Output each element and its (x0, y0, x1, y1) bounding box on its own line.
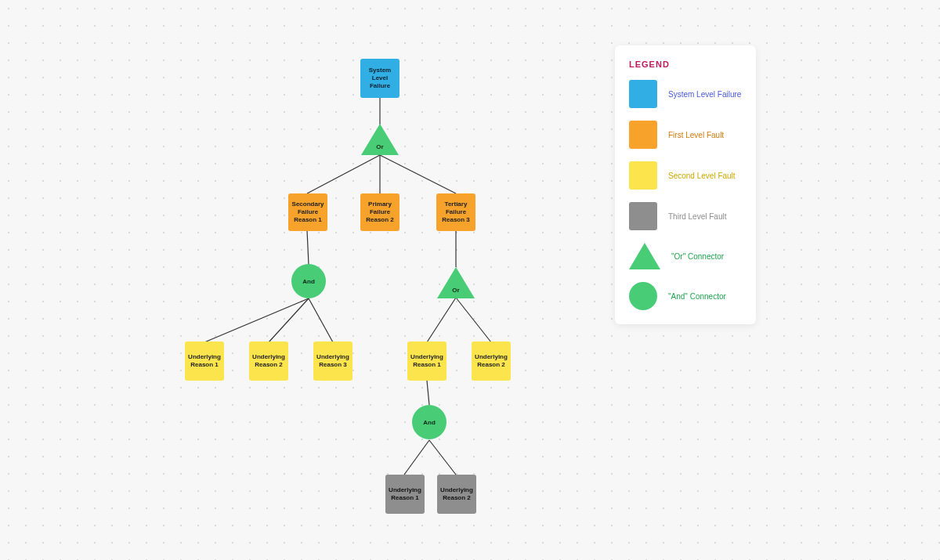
gate-label: And (302, 278, 315, 285)
node-label: Primary Failure Reason 2 (363, 201, 397, 224)
node-label: Underlying Reason 2 (474, 353, 508, 369)
node-underlying-l2a-2[interactable]: Underlying Reason 2 (249, 341, 288, 381)
legend-label: "And" Connector (668, 292, 726, 301)
node-underlying-l3-1[interactable]: Underlying Reason 1 (385, 475, 425, 514)
node-secondary-failure-1[interactable]: Secondary Failure Reason 1 (288, 193, 327, 231)
svg-line-9 (427, 298, 456, 342)
node-label: Underlying Reason 1 (410, 353, 444, 369)
svg-line-3 (380, 155, 456, 193)
node-primary-failure-2[interactable]: Primary Failure Reason 2 (360, 193, 400, 231)
node-label: System Level Failure (363, 67, 397, 90)
legend-title: LEGEND (629, 60, 742, 69)
node-tertiary-failure-3[interactable]: Tertiary Failure Reason 3 (436, 193, 475, 231)
legend-label: System Level Failure (668, 90, 741, 99)
swatch-first (629, 121, 657, 149)
gate-label: Or (376, 143, 383, 150)
triangle-icon (629, 243, 660, 269)
node-underlying-l2a-1[interactable]: Underlying Reason 1 (185, 341, 224, 381)
triangle-icon (437, 267, 475, 298)
legend-label: Third Level Fault (668, 212, 726, 221)
node-label: Secondary Failure Reason 1 (291, 201, 325, 224)
swatch-system (629, 80, 657, 108)
circle-icon (629, 282, 657, 310)
node-label: Tertiary Failure Reason 3 (439, 201, 473, 224)
node-label: Underlying Reason 1 (187, 353, 222, 369)
svg-line-5 (204, 298, 309, 342)
legend-item-or: "Or" Connector (629, 243, 742, 269)
node-underlying-l2a-3[interactable]: Underlying Reason 3 (313, 341, 352, 381)
svg-line-10 (456, 298, 491, 342)
swatch-second (629, 161, 657, 190)
svg-line-11 (427, 381, 429, 405)
svg-line-7 (309, 298, 333, 342)
svg-line-13 (429, 440, 456, 475)
node-label: Underlying Reason 1 (388, 486, 422, 502)
legend-item-system: System Level Failure (629, 80, 742, 108)
swatch-third (629, 202, 657, 230)
gate-and-bottom[interactable]: And (412, 405, 446, 439)
legend-label: "Or" Connector (671, 252, 724, 261)
triangle-icon (361, 124, 399, 155)
gate-label: And (423, 419, 436, 426)
gate-or-right[interactable]: Or (437, 267, 475, 298)
node-system-level-failure[interactable]: System Level Failure (360, 59, 400, 98)
svg-line-6 (269, 298, 309, 342)
diagram-canvas[interactable]: System Level Failure Or Secondary Failur… (0, 0, 940, 560)
node-underlying-l2b-1[interactable]: Underlying Reason 1 (407, 341, 446, 381)
node-underlying-l2b-2[interactable]: Underlying Reason 2 (472, 341, 511, 381)
gate-label: Or (452, 287, 459, 294)
gate-and-left[interactable]: And (291, 264, 326, 298)
svg-line-1 (307, 155, 380, 193)
legend-item-first: First Level Fault (629, 121, 742, 149)
legend-item-and: "And" Connector (629, 282, 742, 310)
svg-line-4 (307, 230, 309, 265)
node-label: Underlying Reason 3 (316, 353, 350, 369)
legend-panel[interactable]: LEGEND System Level Failure First Level … (615, 45, 756, 324)
legend-item-third: Third Level Fault (629, 202, 742, 230)
legend-label: First Level Fault (668, 131, 724, 139)
node-label: Underlying Reason 2 (251, 353, 286, 369)
legend-item-second: Second Level Fault (629, 161, 742, 190)
node-label: Underlying Reason 2 (439, 486, 474, 502)
svg-line-12 (404, 440, 429, 475)
legend-label: Second Level Fault (668, 172, 736, 180)
gate-or-top[interactable]: Or (361, 124, 399, 155)
node-underlying-l3-2[interactable]: Underlying Reason 2 (437, 475, 476, 514)
